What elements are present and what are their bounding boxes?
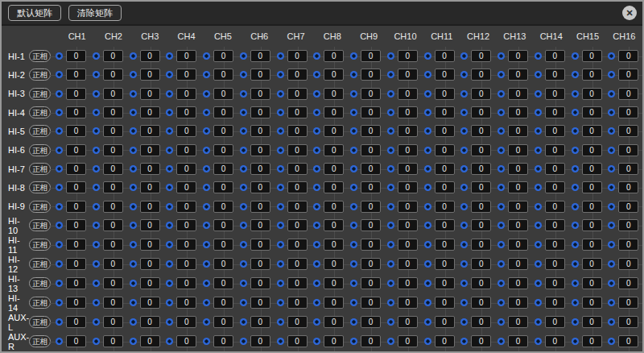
gain-knob-icon[interactable]: [387, 241, 394, 248]
gain-knob-icon[interactable]: [130, 280, 137, 287]
gain-value-field[interactable]: 0: [213, 50, 233, 62]
gain-knob-icon[interactable]: [608, 318, 615, 326]
gain-knob-icon[interactable]: [240, 222, 247, 229]
gain-knob-icon[interactable]: [572, 71, 579, 78]
gain-value-field[interactable]: 0: [398, 125, 418, 137]
gain-knob-icon[interactable]: [424, 299, 431, 306]
gain-value-field[interactable]: 0: [361, 144, 381, 156]
gain-value-field[interactable]: 0: [361, 219, 381, 231]
gain-value-field[interactable]: 0: [508, 335, 528, 347]
gain-value-field[interactable]: 0: [471, 125, 491, 137]
gain-knob-icon[interactable]: [130, 109, 137, 116]
gain-value-field[interactable]: 0: [324, 106, 344, 118]
gain-knob-icon[interactable]: [387, 71, 394, 78]
gain-knob-icon[interactable]: [572, 241, 579, 248]
gain-knob-icon[interactable]: [203, 203, 210, 210]
gain-value-field[interactable]: 0: [582, 106, 602, 118]
gain-knob-icon[interactable]: [56, 222, 63, 229]
gain-knob-icon[interactable]: [313, 241, 320, 248]
gain-knob-icon[interactable]: [203, 109, 210, 116]
gain-knob-icon[interactable]: [93, 318, 100, 326]
gain-value-field[interactable]: 0: [287, 181, 308, 193]
gain-value-field[interactable]: 0: [324, 125, 344, 137]
gain-value-field[interactable]: 0: [250, 181, 270, 193]
gain-value-field[interactable]: 0: [213, 297, 233, 309]
gain-value-field[interactable]: 0: [582, 201, 602, 213]
gain-value-field[interactable]: 0: [66, 106, 86, 118]
gain-knob-icon[interactable]: [535, 338, 542, 345]
gain-knob-icon[interactable]: [277, 280, 284, 287]
gain-value-field[interactable]: 0: [618, 50, 638, 62]
gain-knob-icon[interactable]: [460, 318, 468, 326]
gain-value-field[interactable]: 0: [287, 219, 308, 231]
gain-knob-icon[interactable]: [166, 184, 173, 191]
gain-knob-icon[interactable]: [203, 222, 210, 229]
gain-knob-icon[interactable]: [56, 318, 63, 326]
gain-value-field[interactable]: 0: [140, 258, 160, 270]
clear-matrix-button[interactable]: 清除矩阵: [68, 5, 122, 21]
gain-knob-icon[interactable]: [460, 109, 468, 116]
gain-knob-icon[interactable]: [424, 222, 431, 229]
phase-button[interactable]: 正相: [29, 316, 51, 328]
gain-knob-icon[interactable]: [56, 90, 63, 98]
gain-value-field[interactable]: 0: [398, 239, 418, 251]
gain-knob-icon[interactable]: [424, 165, 431, 172]
gain-knob-icon[interactable]: [130, 127, 137, 135]
gain-value-field[interactable]: 0: [140, 163, 160, 175]
gain-knob-icon[interactable]: [535, 52, 542, 60]
gain-value-field[interactable]: 0: [508, 258, 528, 270]
gain-value-field[interactable]: 0: [176, 277, 196, 289]
gain-knob-icon[interactable]: [460, 260, 468, 268]
gain-knob-icon[interactable]: [93, 147, 100, 154]
gain-value-field[interactable]: 0: [140, 181, 160, 193]
gain-knob-icon[interactable]: [387, 184, 394, 191]
gain-value-field[interactable]: 0: [103, 335, 123, 347]
gain-knob-icon[interactable]: [277, 241, 284, 248]
gain-value-field[interactable]: 0: [361, 181, 381, 193]
gain-value-field[interactable]: 0: [435, 201, 455, 213]
gain-value-field[interactable]: 0: [618, 277, 638, 289]
gain-knob-icon[interactable]: [313, 222, 320, 229]
gain-knob-icon[interactable]: [350, 280, 357, 287]
gain-value-field[interactable]: 0: [176, 69, 196, 81]
gain-knob-icon[interactable]: [535, 280, 542, 287]
gain-knob-icon[interactable]: [203, 147, 210, 154]
gain-knob-icon[interactable]: [350, 222, 357, 229]
gain-knob-icon[interactable]: [497, 90, 505, 98]
gain-value-field[interactable]: 0: [66, 181, 86, 193]
gain-knob-icon[interactable]: [166, 299, 173, 306]
gain-knob-icon[interactable]: [93, 338, 100, 345]
gain-value-field[interactable]: 0: [103, 258, 123, 270]
gain-knob-icon[interactable]: [277, 184, 284, 191]
gain-knob-icon[interactable]: [240, 203, 247, 210]
gain-value-field[interactable]: 0: [508, 181, 528, 193]
gain-knob-icon[interactable]: [166, 165, 173, 172]
gain-knob-icon[interactable]: [56, 165, 63, 172]
gain-value-field[interactable]: 0: [435, 106, 455, 118]
gain-value-field[interactable]: 0: [508, 88, 528, 100]
phase-button[interactable]: 正相: [29, 163, 51, 175]
gain-value-field[interactable]: 0: [398, 316, 418, 328]
gain-value-field[interactable]: 0: [361, 69, 381, 81]
gain-value-field[interactable]: 0: [398, 88, 418, 100]
gain-knob-icon[interactable]: [497, 52, 505, 60]
gain-knob-icon[interactable]: [56, 109, 63, 116]
gain-knob-icon[interactable]: [240, 318, 247, 326]
phase-button[interactable]: 正相: [29, 144, 51, 156]
gain-knob-icon[interactable]: [203, 318, 210, 326]
gain-value-field[interactable]: 0: [103, 50, 123, 62]
gain-knob-icon[interactable]: [535, 165, 542, 172]
gain-knob-icon[interactable]: [56, 184, 63, 191]
gain-value-field[interactable]: 0: [287, 297, 308, 309]
gain-knob-icon[interactable]: [497, 109, 505, 116]
gain-value-field[interactable]: 0: [545, 316, 565, 328]
gain-knob-icon[interactable]: [56, 203, 63, 210]
gain-value-field[interactable]: 0: [324, 181, 344, 193]
gain-knob-icon[interactable]: [350, 299, 357, 306]
gain-knob-icon[interactable]: [130, 52, 137, 60]
gain-value-field[interactable]: 0: [545, 201, 565, 213]
gain-value-field[interactable]: 0: [398, 277, 418, 289]
gain-knob-icon[interactable]: [608, 109, 615, 116]
gain-value-field[interactable]: 0: [250, 144, 270, 156]
gain-value-field[interactable]: 0: [361, 335, 381, 347]
